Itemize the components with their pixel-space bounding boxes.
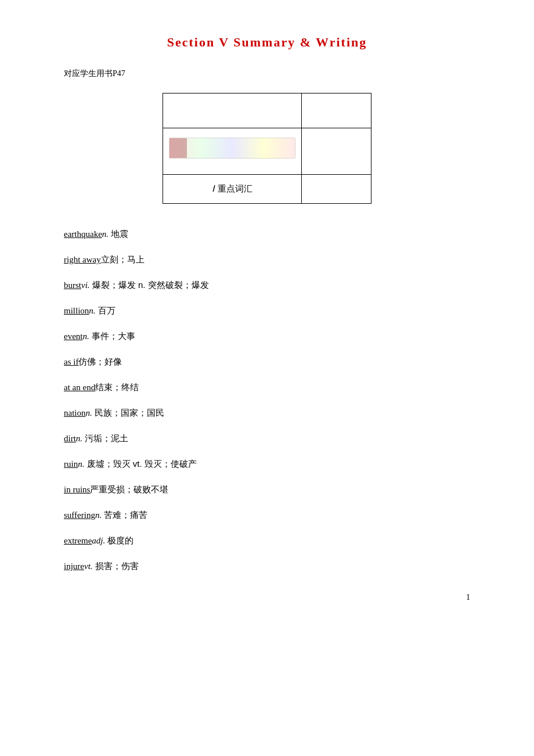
vocab-item: earthquaken. 地震 xyxy=(64,227,470,241)
vocab-def: 结束；终结 xyxy=(95,382,139,392)
vocab-item: as if仿佛；好像 xyxy=(64,355,470,369)
vocab-def: 民族；国家；国民 xyxy=(92,408,164,417)
vocab-pos: n. xyxy=(102,229,109,239)
vocab-pos: n. xyxy=(95,510,102,520)
vocab-item: dirtn. 污垢；泥土 xyxy=(64,431,470,445)
vocab-def: 污垢；泥土 xyxy=(82,433,128,443)
vocab-def: 爆裂；爆发 n. 突然破裂；爆发 xyxy=(90,280,209,290)
cell-roman: Ⅰ xyxy=(212,184,214,193)
vocab-term: suffering xyxy=(64,510,95,520)
vocab-term: dirt xyxy=(64,434,76,443)
table-row-3: Ⅰ重点词汇 xyxy=(163,175,371,204)
vocab-pos: adj. xyxy=(92,536,105,545)
vocab-term: earthquake xyxy=(64,229,102,239)
vocab-def: 地震 xyxy=(109,229,128,239)
vocab-def: 废墟；毁灭 vt. 毁灭；使破产 xyxy=(84,459,196,469)
vocab-item: injurevt. 损害；伤害 xyxy=(64,559,470,573)
vocab-item: ruinn. 废墟；毁灭 vt. 毁灭；使破产 xyxy=(64,457,470,471)
vocab-term: in ruins xyxy=(64,485,90,494)
vocab-item: millionn. 百万 xyxy=(64,304,470,318)
vocab-item: at an end结束；终结 xyxy=(64,380,470,394)
vocab-pos: n. xyxy=(78,459,84,469)
vocab-term: nation xyxy=(64,408,86,417)
page-number: 1 xyxy=(466,593,470,602)
vocab-def: 苦难；痛苦 xyxy=(102,510,147,520)
vocab-term: million xyxy=(64,306,89,315)
vocab-term: burst xyxy=(64,280,81,290)
vocab-item: extremeadj. 极度的 xyxy=(64,534,470,548)
content-table: Ⅰ重点词汇 xyxy=(163,93,371,204)
vocab-def: 立刻；马上 xyxy=(101,254,145,264)
vocab-def: 严重受损；破败不堪 xyxy=(90,484,168,494)
vocab-def: 事件；大事 xyxy=(89,331,135,341)
vocab-term: event xyxy=(64,332,82,341)
page-container: Section V Summary & Writing 对应学生用书P47 Ⅰ重… xyxy=(0,0,534,620)
table-cell-top-right xyxy=(302,93,371,128)
vocab-pos: n. xyxy=(89,306,95,315)
table-cell-label-right xyxy=(302,175,371,204)
vocab-pos: n. xyxy=(86,408,92,417)
image-placeholder xyxy=(169,138,295,159)
vocab-term: injure xyxy=(64,561,84,571)
table-cell-image-right xyxy=(302,128,371,175)
table-cell-label: Ⅰ重点词汇 xyxy=(163,175,302,204)
vocab-item: eventn. 事件；大事 xyxy=(64,329,470,343)
vocab-def: 损害；伤害 xyxy=(93,561,139,571)
vocab-pos: n. xyxy=(76,434,82,443)
vocab-item: in ruins严重受损；破败不堪 xyxy=(64,483,470,496)
vocab-item: right away立刻；马上 xyxy=(64,253,470,267)
vocab-def: 百万 xyxy=(96,305,116,315)
table-row-1 xyxy=(163,93,371,128)
vocab-item: burstvi. 爆裂；爆发 n. 突然破裂；爆发 xyxy=(64,278,470,292)
vocab-term: as if xyxy=(64,357,78,366)
vocab-term: right away xyxy=(64,255,101,264)
vocab-def: 极度的 xyxy=(105,535,134,545)
subtitle: 对应学生用书P47 xyxy=(64,69,470,79)
vocab-pos: vi. xyxy=(81,280,90,290)
vocab-term: at an end xyxy=(64,383,95,392)
vocab-section: earthquaken. 地震right away立刻；马上burstvi. 爆… xyxy=(64,227,470,573)
page-title: Section V Summary & Writing xyxy=(64,35,470,50)
vocab-item: sufferingn. 苦难；痛苦 xyxy=(64,508,470,522)
vocab-term: ruin xyxy=(64,459,78,469)
vocab-pos: vt. xyxy=(84,561,93,571)
vocab-pos: n. xyxy=(82,332,89,341)
vocab-def: 仿佛；好像 xyxy=(78,357,122,366)
table-cell-top-left xyxy=(163,93,302,128)
table-row-2 xyxy=(163,128,371,175)
vocab-item: nationn. 民族；国家；国民 xyxy=(64,406,470,420)
vocab-term: extreme xyxy=(64,536,92,545)
cell-label-text: 重点词汇 xyxy=(218,184,252,193)
table-cell-image xyxy=(163,128,302,175)
